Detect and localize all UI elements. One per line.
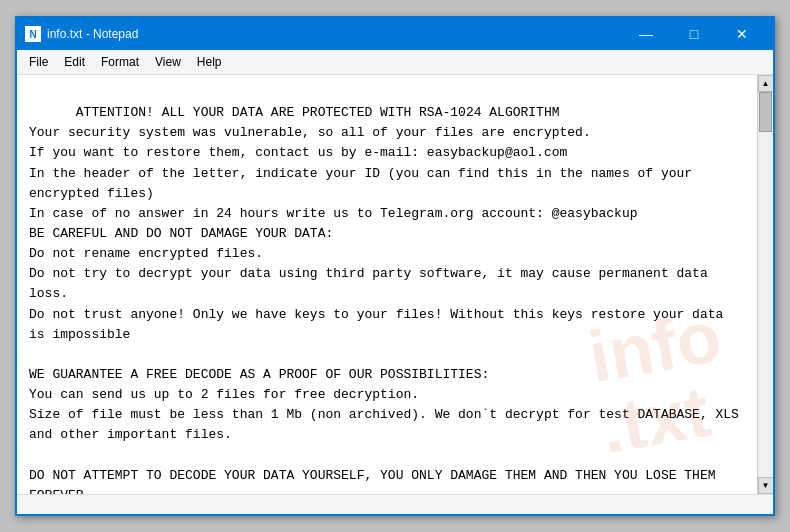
scroll-thumb[interactable] [759, 92, 772, 132]
scroll-track[interactable] [758, 92, 773, 477]
minimize-button[interactable]: — [623, 22, 669, 46]
maximize-button[interactable]: □ [671, 22, 717, 46]
close-button[interactable]: ✕ [719, 22, 765, 46]
notepad-window: N info.txt - Notepad — □ ✕ File Edit For… [15, 16, 775, 516]
title-bar-controls: — □ ✕ [623, 22, 765, 46]
app-icon-letter: N [29, 29, 36, 40]
menu-view[interactable]: View [147, 52, 189, 72]
title-bar: N info.txt - Notepad — □ ✕ [17, 18, 773, 50]
title-bar-left: N info.txt - Notepad [25, 26, 138, 42]
scroll-down-arrow[interactable]: ▼ [758, 477, 774, 494]
scrollbar[interactable]: ▲ ▼ [757, 75, 773, 494]
text-content[interactable]: ATTENTION! ALL YOUR DATA ARE PROTECTED W… [17, 75, 757, 494]
menu-file[interactable]: File [21, 52, 56, 72]
menu-help[interactable]: Help [189, 52, 230, 72]
menu-format[interactable]: Format [93, 52, 147, 72]
menu-bar: File Edit Format View Help [17, 50, 773, 75]
status-bar [17, 494, 773, 514]
menu-edit[interactable]: Edit [56, 52, 93, 72]
app-icon: N [25, 26, 41, 42]
content-area: ATTENTION! ALL YOUR DATA ARE PROTECTED W… [17, 75, 773, 494]
scroll-up-arrow[interactable]: ▲ [758, 75, 774, 92]
watermark: info.txt [584, 300, 739, 465]
window-title: info.txt - Notepad [47, 27, 138, 41]
